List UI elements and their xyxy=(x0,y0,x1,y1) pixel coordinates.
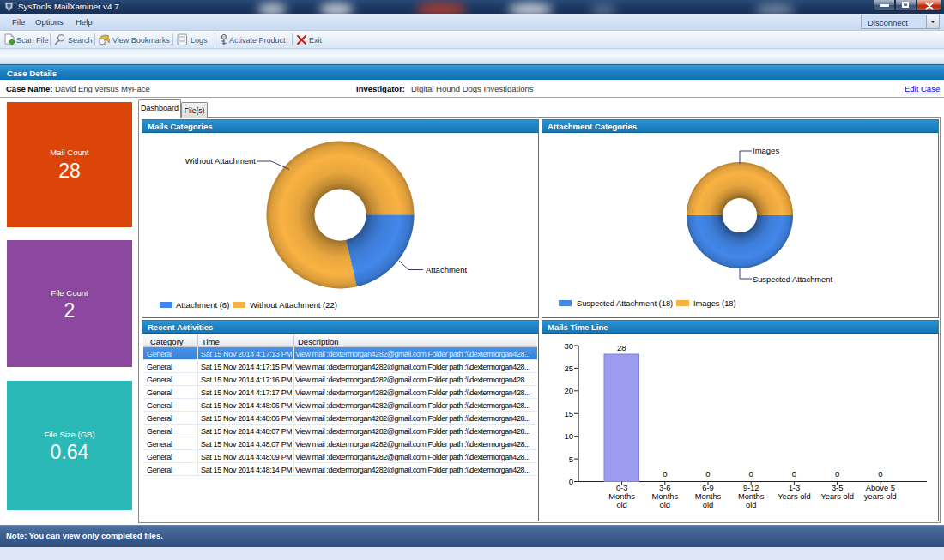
svg-text:Months: Months xyxy=(652,492,679,501)
svg-text:6-9: 6-9 xyxy=(702,484,713,492)
svg-text:5: 5 xyxy=(569,455,573,464)
svg-text:years old: years old xyxy=(864,492,897,501)
svg-text:Years old: Years old xyxy=(778,492,810,501)
svg-text:Images: Images xyxy=(753,146,779,155)
svg-text:0: 0 xyxy=(878,469,882,479)
svg-text:9-12: 9-12 xyxy=(743,484,759,492)
svg-text:old: old xyxy=(703,501,713,509)
svg-text:Years old: Years old xyxy=(820,492,853,501)
svg-text:Months: Months xyxy=(738,492,765,501)
svg-text:Suspected Attachment: Suspected Attachment xyxy=(753,275,832,284)
svg-text:old: old xyxy=(660,501,670,509)
svg-text:Months: Months xyxy=(608,492,635,501)
svg-text:Attachment: Attachment xyxy=(426,265,467,274)
svg-text:Above 5: Above 5 xyxy=(866,484,895,492)
svg-text:Suspected Attachment (18): Suspected Attachment (18) xyxy=(577,299,673,308)
svg-text:0: 0 xyxy=(705,469,710,479)
svg-text:Attachment (6): Attachment (6) xyxy=(176,300,229,310)
svg-text:Images (18): Images (18) xyxy=(693,299,736,308)
svg-text:old: old xyxy=(616,501,626,509)
svg-text:20: 20 xyxy=(564,386,573,395)
svg-text:0: 0 xyxy=(569,477,573,486)
svg-text:28: 28 xyxy=(617,343,626,352)
svg-text:0: 0 xyxy=(792,469,796,479)
svg-text:Without Attachment (22): Without Attachment (22) xyxy=(250,300,337,310)
svg-text:0-3: 0-3 xyxy=(616,484,627,492)
svg-text:3-5: 3-5 xyxy=(832,484,843,492)
svg-text:30: 30 xyxy=(564,341,573,351)
svg-text:15: 15 xyxy=(564,409,573,418)
svg-text:Months: Months xyxy=(695,492,722,501)
svg-text:3-6: 3-6 xyxy=(659,484,670,492)
svg-text:Without Attachment: Without Attachment xyxy=(185,156,257,166)
svg-text:0: 0 xyxy=(663,469,667,479)
svg-text:1-3: 1-3 xyxy=(789,484,800,492)
svg-text:25: 25 xyxy=(564,364,573,373)
svg-text:0: 0 xyxy=(835,469,839,479)
svg-text:10: 10 xyxy=(564,431,573,441)
svg-text:0: 0 xyxy=(749,469,753,479)
svg-text:old: old xyxy=(746,501,756,509)
